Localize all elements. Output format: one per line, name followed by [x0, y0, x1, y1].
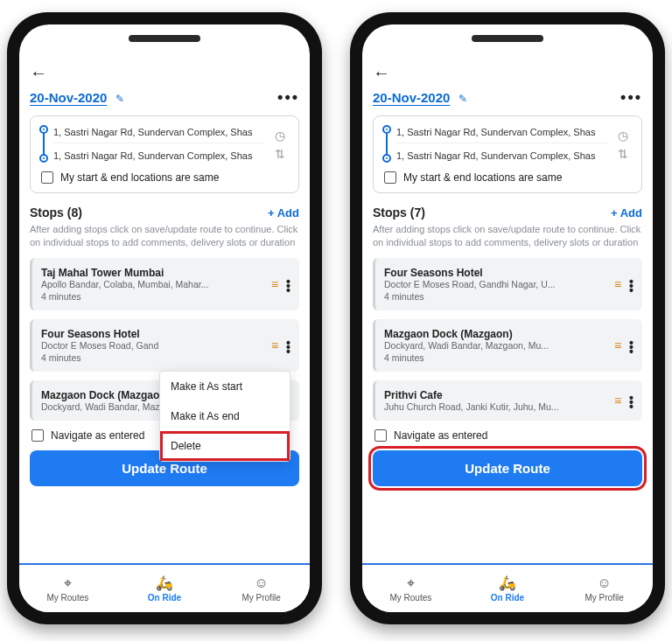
same-location-label: My start & end locations are same — [403, 171, 562, 184]
end-address[interactable]: 1, Sastri Nagar Rd, Sundervan Complex, S… — [396, 147, 608, 161]
profile-icon: ☺ — [255, 575, 269, 591]
same-location-checkbox[interactable]: My start & end locations are same — [382, 171, 631, 184]
stop-item[interactable]: Four Seasons Hotel Doctor E Moses Road, … — [30, 319, 299, 372]
bottom-nav: ⌖My Routes 🛵On Ride ☺My Profile — [19, 563, 310, 612]
add-stop-button[interactable]: + Add — [611, 206, 642, 219]
stop-name: Prithvi Cafe — [384, 389, 607, 401]
stop-item[interactable]: Prithvi Cafe Juhu Church Road, Janki Kut… — [373, 380, 642, 421]
tab-on-ride[interactable]: 🛵On Ride — [459, 565, 556, 612]
stop-more-icon[interactable]: ••• — [286, 278, 290, 290]
phone-frame: ← 20-Nov-2020 ✎ ••• 1, Sastri Nagar Rd, — [7, 12, 322, 624]
stop-duration: 4 minutes — [41, 352, 264, 363]
route-card: 1, Sastri Nagar Rd, Sundervan Complex, S… — [30, 115, 299, 193]
stop-address: Apollo Bandar, Colaba, Mumbai, Mahar... — [41, 279, 264, 289]
navigate-as-entered-checkbox[interactable]: Navigate as entered — [373, 429, 642, 442]
route-connector-icon — [43, 134, 45, 154]
same-location-checkbox[interactable]: My start & end locations are same — [39, 171, 288, 184]
checkbox-icon — [374, 429, 387, 442]
stop-duration: 4 minutes — [41, 291, 264, 302]
stop-name: Four Seasons Hotel — [384, 267, 607, 279]
stop-address: Doctor E Moses Road, Gand — [41, 340, 264, 351]
navigate-as-entered-label: Navigate as entered — [394, 429, 487, 442]
start-address[interactable]: 1, Sastri Nagar Rd, Sundervan Complex, S… — [396, 127, 608, 143]
profile-icon: ☺ — [598, 575, 612, 591]
stop-more-icon[interactable]: ••• — [629, 278, 634, 290]
ride-icon: 🛵 — [499, 575, 516, 591]
date-header[interactable]: 20-Nov-2020 ✎ — [30, 90, 124, 105]
stop-item[interactable]: Taj Mahal Tower Mumbai Apollo Bandar, Co… — [30, 258, 299, 310]
stops-header: Stops (8) — [30, 206, 82, 219]
routes-icon: ⌖ — [407, 575, 415, 591]
menu-make-start[interactable]: Make it As start — [160, 372, 290, 401]
stop-more-icon[interactable]: ••• — [629, 394, 634, 407]
route-card: 1, Sastri Nagar Rd, Sundervan Complex, S… — [373, 115, 642, 193]
bottom-nav: ⌖My Routes 🛵On Ride ☺My Profile — [362, 563, 653, 612]
stop-more-icon[interactable]: ••• — [286, 339, 290, 352]
screen: ← 20-Nov-2020 ✎ ••• 1, Sastri Nagar Rd, — [19, 24, 310, 612]
add-stop-button[interactable]: + Add — [268, 206, 299, 219]
stop-address: Juhu Church Road, Janki Kutir, Juhu, Mu.… — [384, 401, 607, 412]
phone-frame: ← 20-Nov-2020 ✎ ••• 1, Sastri Nagar Rd, — [350, 12, 665, 624]
clock-icon[interactable]: ◷ — [615, 129, 631, 143]
stop-more-icon[interactable]: ••• — [629, 339, 634, 352]
stops-header: Stops (7) — [373, 206, 425, 219]
stop-duration: 4 minutes — [384, 291, 607, 302]
stop-item[interactable]: Mazgaon Dock (Mazgaon) Dockyard, Wadi Ba… — [373, 319, 642, 372]
tab-my-profile[interactable]: ☺My Profile — [556, 565, 653, 612]
route-end-dot-icon — [382, 154, 391, 163]
stop-duration: 4 minutes — [384, 352, 607, 363]
screen: ← 20-Nov-2020 ✎ ••• 1, Sastri Nagar Rd, — [362, 24, 653, 612]
route-end-dot-icon — [39, 154, 48, 163]
routes-icon: ⌖ — [64, 575, 72, 591]
drag-handle-icon[interactable]: ≡ — [614, 338, 622, 352]
start-address[interactable]: 1, Sastri Nagar Rd, Sundervan Complex, S… — [53, 127, 265, 143]
route-connector-icon — [386, 134, 388, 154]
swap-icon[interactable]: ⇅ — [272, 147, 288, 161]
date-text: 20-Nov-2020 — [30, 90, 107, 105]
same-location-label: My start & end locations are same — [60, 171, 219, 184]
drag-handle-icon[interactable]: ≡ — [614, 394, 622, 408]
stop-name: Taj Mahal Tower Mumbai — [41, 267, 264, 279]
date-header[interactable]: 20-Nov-2020 ✎ — [373, 90, 467, 105]
tab-my-routes[interactable]: ⌖My Routes — [362, 565, 459, 612]
tab-my-routes[interactable]: ⌖My Routes — [19, 565, 116, 612]
more-menu-icon[interactable]: ••• — [277, 88, 299, 107]
checkbox-icon — [41, 171, 53, 184]
pencil-icon[interactable]: ✎ — [116, 93, 124, 105]
back-button[interactable]: ← — [30, 63, 299, 83]
stops-hint: After adding stops click on save/update … — [30, 223, 299, 249]
drag-handle-icon[interactable]: ≡ — [271, 277, 279, 291]
stop-name: Mazgaon Dock (Mazgaon) — [384, 328, 607, 340]
more-menu-icon[interactable]: ••• — [620, 88, 642, 107]
menu-delete[interactable]: Delete — [160, 431, 290, 461]
drag-handle-icon[interactable]: ≡ — [271, 338, 279, 352]
update-route-button[interactable]: Update Route — [373, 450, 642, 486]
menu-make-end[interactable]: Make it As end — [160, 401, 290, 431]
end-address[interactable]: 1, Sastri Nagar Rd, Sundervan Complex, S… — [53, 147, 265, 161]
route-start-dot-icon — [39, 125, 48, 134]
stop-item[interactable]: Four Seasons Hotel Doctor E Moses Road, … — [373, 258, 642, 310]
route-start-dot-icon — [382, 125, 391, 134]
back-button[interactable]: ← — [373, 63, 642, 83]
navigate-as-entered-label: Navigate as entered — [51, 429, 144, 442]
pencil-icon[interactable]: ✎ — [458, 93, 467, 105]
swap-icon[interactable]: ⇅ — [615, 147, 631, 161]
clock-icon[interactable]: ◷ — [272, 129, 288, 143]
tab-on-ride[interactable]: 🛵On Ride — [116, 565, 214, 612]
checkbox-icon — [384, 171, 396, 184]
ride-icon: 🛵 — [156, 575, 173, 591]
date-text: 20-Nov-2020 — [373, 90, 450, 105]
checkbox-icon — [32, 429, 44, 442]
stop-address: Doctor E Moses Road, Gandhi Nagar, U... — [384, 279, 607, 289]
tab-my-profile[interactable]: ☺My Profile — [213, 565, 310, 612]
stops-hint: After adding stops click on save/update … — [373, 223, 642, 249]
stop-name: Four Seasons Hotel — [41, 328, 264, 340]
stop-context-menu: Make it As start Make it As end Delete — [159, 371, 290, 462]
drag-handle-icon[interactable]: ≡ — [614, 277, 622, 291]
stop-address: Dockyard, Wadi Bandar, Mazgaon, Mu... — [384, 340, 607, 351]
